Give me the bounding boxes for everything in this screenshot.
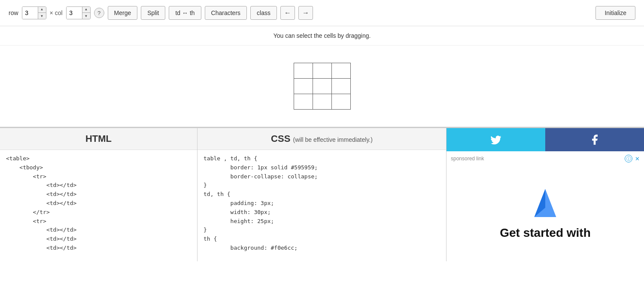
table-cell[interactable] [294, 63, 313, 79]
table-cell[interactable] [294, 79, 313, 94]
ad-icons: ⓘ ✕ [625, 155, 640, 162]
sidebar-panel: sponsored link ⓘ ✕ Get started with [447, 128, 644, 261]
merge-button[interactable]: Merge [108, 6, 138, 20]
col-spinner-down[interactable]: ▼ [82, 13, 90, 19]
css-panel-header: CSS (will be effective immediately.) [197, 128, 446, 150]
css-header-sub: (will be effective immediately.) [293, 136, 372, 143]
twitter-button[interactable] [447, 128, 545, 151]
css-panel-content[interactable]: table , td, th { border: 1px solid #5959… [197, 150, 446, 261]
facebook-icon [589, 134, 601, 146]
sponsored-text: sponsored link [451, 156, 484, 162]
hint-text: You can select the cells by dragging. [273, 32, 371, 39]
td-th-button[interactable]: td ↔ th [169, 6, 201, 20]
table-cell[interactable] [313, 63, 331, 79]
social-buttons [447, 128, 644, 151]
split-button[interactable]: Split [141, 6, 165, 20]
html-panel-header: HTML [0, 128, 197, 150]
table-cell[interactable] [331, 79, 350, 94]
row-input[interactable] [22, 6, 38, 19]
class-button[interactable]: class [250, 6, 277, 20]
close-ad-icon[interactable]: ✕ [635, 156, 640, 162]
toolbar: row ▲ ▼ × col ▲ ▼ ? Merge Split td ↔ th … [0, 0, 644, 26]
css-header-label: CSS [271, 133, 290, 144]
row-input-wrapper: ▲ ▼ [22, 6, 46, 19]
preview-table[interactable] [294, 63, 351, 110]
info-icon[interactable]: ⓘ [625, 155, 632, 162]
ad-headline: Get started with [500, 226, 591, 240]
preview-area [0, 46, 644, 128]
hint-bar: You can select the cells by dragging. [0, 26, 644, 46]
row-spinner-up[interactable]: ▲ [38, 6, 46, 13]
ad-area: Get started with [447, 166, 644, 261]
table-cell[interactable] [313, 79, 331, 94]
left-nav-button[interactable]: ← [280, 6, 295, 20]
col-input-wrapper: ▲ ▼ [66, 6, 91, 19]
bottom-panels: HTML <table> <tbody> <tr> <td></td> <td>… [0, 128, 644, 261]
right-nav-button[interactable]: → [298, 6, 313, 20]
col-input[interactable] [67, 6, 82, 19]
characters-button[interactable]: Characters [205, 6, 247, 20]
initialize-button[interactable]: Initialize [595, 6, 635, 20]
twitter-icon [490, 134, 502, 146]
row-spinner: ▲ ▼ [38, 6, 46, 19]
css-panel: CSS (will be effective immediately.) tab… [197, 128, 447, 261]
row-label: row [9, 9, 18, 16]
col-spinner: ▲ ▼ [82, 6, 90, 19]
table-cell[interactable] [313, 94, 331, 110]
col-sep-label: × col [50, 9, 63, 16]
atlassian-logo [528, 187, 562, 222]
help-button[interactable]: ? [94, 8, 104, 18]
facebook-button[interactable] [545, 128, 644, 151]
sponsored-label-bar: sponsored link ⓘ ✕ [447, 151, 644, 166]
table-cell[interactable] [331, 94, 350, 110]
html-panel-content[interactable]: <table> <tbody> <tr> <td></td> <td></td>… [0, 150, 197, 261]
table-cell[interactable] [294, 94, 313, 110]
col-spinner-up[interactable]: ▲ [82, 6, 90, 13]
row-spinner-down[interactable]: ▼ [38, 13, 46, 19]
table-cell[interactable] [331, 63, 350, 79]
html-panel: HTML <table> <tbody> <tr> <td></td> <td>… [0, 128, 197, 261]
